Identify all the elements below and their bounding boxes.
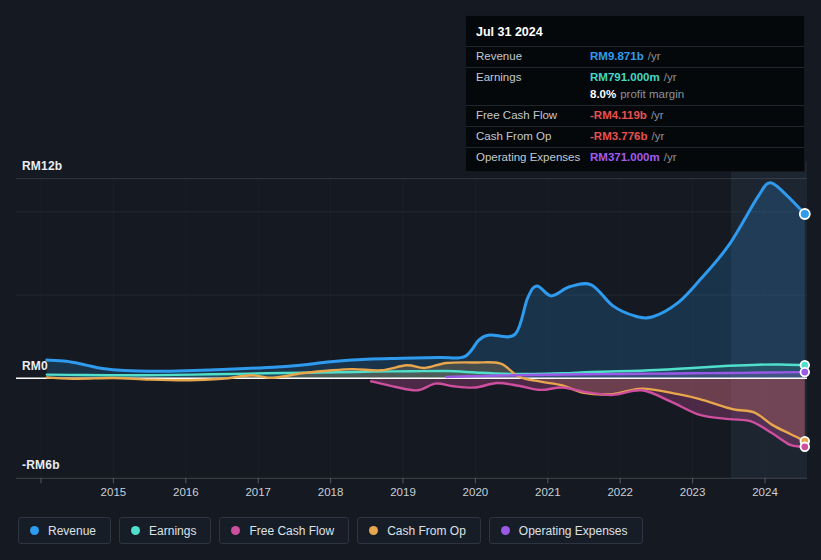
tooltip-row-revenue: RevenueRM9.871b/yr <box>466 46 804 67</box>
legend-dot-cash-from-op <box>369 526 378 535</box>
earnings-unit: /yr <box>664 71 677 84</box>
profit-margin-label: profit margin <box>620 88 684 101</box>
legend-item-operating-expenses[interactable]: Operating Expenses <box>489 517 643 544</box>
tooltip-row-profit-margin: 8.0%profit margin <box>466 88 804 105</box>
y-axis-label-zero: RM0 <box>22 359 48 373</box>
operating-expenses-label: Operating Expenses <box>476 151 590 164</box>
x-axis-year-label: 2021 <box>535 486 561 498</box>
tooltip-row-earnings: EarningsRM791.000m/yr <box>466 67 804 88</box>
x-axis-year-label: 2024 <box>752 486 778 498</box>
legend-label-free-cash-flow: Free Cash Flow <box>249 524 334 538</box>
legend-label-operating-expenses: Operating Expenses <box>519 524 628 538</box>
tooltip-row-cash-from-op: Cash From Op-RM3.776b/yr <box>466 126 804 147</box>
operating-expenses-unit: /yr <box>664 151 677 164</box>
legend-dot-revenue <box>30 526 39 535</box>
tooltip-row-free-cash-flow: Free Cash Flow-RM4.119b/yr <box>466 105 804 126</box>
legend-label-cash-from-op: Cash From Op <box>387 524 466 538</box>
chart-legend: RevenueEarningsFree Cash FlowCash From O… <box>18 517 643 544</box>
chart-tooltip: Jul 31 2024 RevenueRM9.871b/yrEarningsRM… <box>465 15 805 172</box>
legend-label-earnings: Earnings <box>149 524 196 538</box>
revenue-end-marker[interactable] <box>800 209 810 219</box>
free-cash-flow-unit: /yr <box>651 109 664 122</box>
free-cash-flow-value: -RM4.119b <box>590 109 647 122</box>
cash-from-op-label: Cash From Op <box>476 130 590 143</box>
legend-dot-earnings <box>131 526 140 535</box>
tooltip-row-operating-expenses: Operating ExpensesRM371.000m/yr <box>466 147 804 168</box>
legend-item-free-cash-flow[interactable]: Free Cash Flow <box>219 517 349 544</box>
x-axis-year-label: 2023 <box>680 486 706 498</box>
legend-item-revenue[interactable]: Revenue <box>18 517 111 544</box>
earnings-label: Earnings <box>476 71 590 84</box>
revenue-label: Revenue <box>476 50 590 63</box>
legend-label-revenue: Revenue <box>48 524 96 538</box>
x-axis-year-label: 2018 <box>318 486 344 498</box>
tooltip-date: Jul 31 2024 <box>466 18 804 46</box>
free-cash-flow-end-marker[interactable] <box>801 443 810 452</box>
legend-item-earnings[interactable]: Earnings <box>119 517 211 544</box>
legend-dot-free-cash-flow <box>231 526 240 535</box>
operating-expenses-end-marker[interactable] <box>801 368 810 377</box>
x-axis-year-label: 2015 <box>101 486 127 498</box>
x-axis-year-label: 2020 <box>463 486 489 498</box>
cash-from-op-unit: /yr <box>652 130 665 143</box>
x-axis-year-label: 2022 <box>607 486 633 498</box>
cash-from-op-value: -RM3.776b <box>590 130 648 143</box>
tooltip-rows: RevenueRM9.871b/yrEarningsRM791.000m/yr8… <box>466 46 804 168</box>
x-axis-year-label: 2019 <box>390 486 416 498</box>
y-axis-label-bottom: -RM6b <box>22 458 60 472</box>
free-cash-flow-label: Free Cash Flow <box>476 109 590 122</box>
profit-margin-value: 8.0% <box>590 88 616 101</box>
legend-dot-operating-expenses <box>501 526 510 535</box>
revenue-value: RM9.871b <box>590 50 644 63</box>
x-axis-year-label: 2017 <box>245 486 271 498</box>
y-axis-label-top: RM12b <box>22 159 62 173</box>
earnings-value: RM791.000m <box>590 71 660 84</box>
legend-item-cash-from-op[interactable]: Cash From Op <box>357 517 481 544</box>
revenue-unit: /yr <box>648 50 661 63</box>
operating-expenses-value: RM371.000m <box>590 151 660 164</box>
x-axis-year-label: 2016 <box>173 486 199 498</box>
financials-chart-panel: RM12b RM0 -RM6b 201520162017201820192020… <box>0 0 821 560</box>
